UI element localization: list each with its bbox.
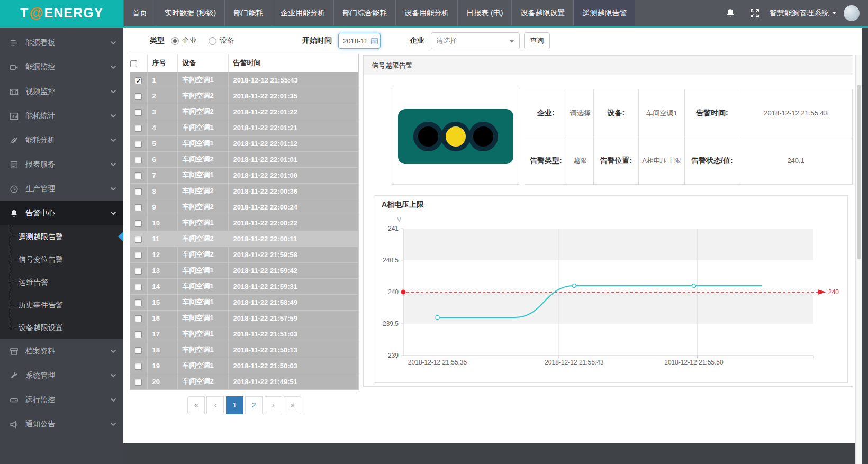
- row-checkbox[interactable]: [135, 252, 142, 259]
- cell-time: 2018-11-22 21:50:13: [228, 342, 358, 358]
- bell-icon[interactable]: [725, 8, 736, 19]
- row-checkbox[interactable]: [135, 109, 142, 116]
- sidebar-item-energy-analysis[interactable]: 能耗分析: [0, 128, 123, 152]
- table-row[interactable]: 10 车间空调1 2018-11-22 22:00:22: [130, 215, 358, 231]
- table-row[interactable]: ✓ 1 车间空调1 2018-12-12 21:55:43: [130, 72, 358, 88]
- table-row[interactable]: 4 车间空调1 2018-11-22 22:01:21: [130, 120, 358, 135]
- row-checkbox[interactable]: [135, 172, 142, 179]
- col-header-time: 告警时间: [228, 54, 358, 72]
- vertical-scrollbar[interactable]: [855, 55, 862, 464]
- nav-item[interactable]: 日报表 (电): [457, 0, 511, 26]
- sidebar-item-energy-dashboard[interactable]: 能源看板: [0, 31, 123, 55]
- page-button[interactable]: ›: [265, 396, 282, 414]
- nav-item[interactable]: 设备用能分析: [395, 0, 457, 26]
- table-row[interactable]: 15 车间空调1 2018-11-22 21:58:49: [130, 294, 358, 310]
- sidebar-item-label: 报表服务: [25, 160, 55, 169]
- row-checkbox[interactable]: [135, 157, 142, 163]
- row-checkbox[interactable]: [135, 315, 142, 322]
- table-row[interactable]: 5 车间空调1 2018-11-22 22:01:12: [130, 135, 358, 151]
- chevron-down-icon: [832, 12, 836, 14]
- table-row[interactable]: 3 车间空调2 2018-11-22 22:01:22: [130, 104, 358, 120]
- row-checkbox[interactable]: ✓: [135, 77, 142, 84]
- sidebar-item-notice[interactable]: 通知公告: [0, 412, 123, 436]
- table-row[interactable]: 12 车间空调2 2018-11-22 21:59:58: [130, 247, 358, 262]
- start-time-input[interactable]: [338, 33, 381, 49]
- sidebar-item-archive[interactable]: 档案资料: [0, 339, 123, 363]
- nav-item[interactable]: 设备越限设置: [511, 0, 573, 26]
- radio-label: 设备: [220, 36, 234, 46]
- radio-company[interactable]: 企业: [171, 36, 197, 46]
- system-name-menu[interactable]: 智慧能源管理系统: [770, 8, 836, 18]
- page-button[interactable]: 2: [245, 396, 263, 414]
- row-checkbox[interactable]: [135, 188, 142, 195]
- radio-device[interactable]: 设备: [209, 36, 234, 46]
- nav-item[interactable]: 部门能耗: [224, 0, 272, 26]
- row-checkbox[interactable]: [135, 363, 142, 370]
- row-checkbox[interactable]: [135, 268, 142, 275]
- cell-no: 4: [147, 120, 177, 135]
- nav-item[interactable]: 部门综合能耗: [333, 0, 395, 26]
- table-row[interactable]: 7 车间空调1 2018-11-22 22:01:00: [130, 167, 358, 183]
- table-row[interactable]: 16 车间空调1 2018-11-22 21:57:59: [130, 310, 358, 326]
- nav-item[interactable]: 企业用能分析: [272, 0, 333, 26]
- row-checkbox[interactable]: [135, 284, 142, 290]
- chevron-down-icon: [510, 40, 514, 43]
- nav-item[interactable]: 首页: [123, 0, 156, 26]
- table-row[interactable]: 6 车间空调2 2018-11-22 22:01:01: [130, 151, 358, 167]
- row-checkbox[interactable]: [135, 141, 142, 148]
- page-button[interactable]: ‹: [206, 396, 224, 414]
- row-checkbox[interactable]: [135, 299, 142, 306]
- company-select[interactable]: 请选择: [431, 32, 520, 49]
- scrollbar-thumb[interactable]: [857, 85, 861, 259]
- cell-device: 车间空调2: [177, 247, 228, 262]
- sidebar-item-operation-monitor[interactable]: 运行监控: [0, 388, 123, 412]
- row-checkbox[interactable]: [135, 220, 142, 227]
- row-checkbox[interactable]: [135, 93, 142, 100]
- sidebar-item-report-service[interactable]: 报表服务: [0, 152, 123, 177]
- sidebar-subitem[interactable]: 遥测越限告警: [0, 225, 123, 248]
- row-checkbox[interactable]: [135, 236, 142, 243]
- cell-time: 2018-11-22 21:57:59: [228, 310, 358, 326]
- cell-no: 7: [147, 167, 177, 183]
- calendar-icon[interactable]: [370, 37, 378, 45]
- nav-item[interactable]: 遥测越限告警: [573, 0, 635, 26]
- sidebar-item-energy-monitor[interactable]: 能源监控: [0, 55, 123, 79]
- page-button[interactable]: 1: [226, 396, 243, 414]
- select-all-checkbox[interactable]: [130, 60, 137, 67]
- sidebar-subitem[interactable]: 设备越限设置: [0, 316, 123, 339]
- row-checkbox[interactable]: [135, 379, 142, 386]
- table-row[interactable]: 13 车间空调1 2018-11-22 21:59:42: [130, 262, 358, 278]
- page-button[interactable]: «: [187, 396, 205, 414]
- sidebar-subitem[interactable]: 信号变位告警: [0, 248, 123, 271]
- sidebar-item-production-management[interactable]: 生产管理: [0, 177, 123, 201]
- table-row[interactable]: 2 车间空调2 2018-11-22 22:01:35: [130, 88, 358, 104]
- table-row[interactable]: 18 车间空调1 2018-11-22 21:50:13: [130, 342, 358, 358]
- start-time-value[interactable]: [343, 37, 370, 45]
- table-row[interactable]: 19 车间空调1 2018-11-22 21:50:03: [130, 358, 358, 374]
- sidebar-item-system-management[interactable]: 系统管理: [0, 363, 123, 388]
- cell-no: 11: [147, 231, 177, 247]
- page-button[interactable]: »: [284, 396, 301, 414]
- sidebar-item-video-monitor[interactable]: 视频监控: [0, 79, 123, 104]
- sidebar-subitem[interactable]: 运维告警: [0, 271, 123, 294]
- table-row[interactable]: 11 车间空调2 2018-11-22 22:00:11: [130, 231, 358, 247]
- row-checkbox[interactable]: [135, 204, 142, 211]
- row-checkbox[interactable]: [135, 331, 142, 338]
- sidebar-item-energy-statistics[interactable]: 能耗统计: [0, 104, 123, 128]
- table-row[interactable]: 8 车间空调2 2018-11-22 22:00:36: [130, 183, 358, 199]
- table-row[interactable]: 9 车间空调2 2018-11-22 22:00:24: [130, 199, 358, 215]
- table-row[interactable]: 17 车间空调1 2018-11-22 21:51:03: [130, 326, 358, 342]
- cell-device: 车间空调2: [177, 374, 228, 389]
- user-avatar[interactable]: [844, 5, 860, 21]
- query-button[interactable]: 查询: [524, 32, 550, 49]
- fullscreen-icon[interactable]: [749, 8, 760, 19]
- info-label-alarm-time: 告警时间:: [685, 89, 739, 137]
- sidebar-item-alarm-center[interactable]: 告警中心: [0, 201, 123, 225]
- row-checkbox[interactable]: [135, 125, 142, 132]
- sidebar-subitem[interactable]: 历史事件告警: [0, 294, 123, 316]
- table-row[interactable]: 20 车间空调2 2018-11-22 21:49:51: [130, 374, 358, 389]
- row-checkbox[interactable]: [135, 347, 142, 354]
- nav-item[interactable]: 实时数据 (秒级): [156, 0, 224, 26]
- table-row[interactable]: 14 车间空调1 2018-11-22 21:59:31: [130, 278, 358, 294]
- cell-time: 2018-12-12 21:55:43: [228, 72, 358, 88]
